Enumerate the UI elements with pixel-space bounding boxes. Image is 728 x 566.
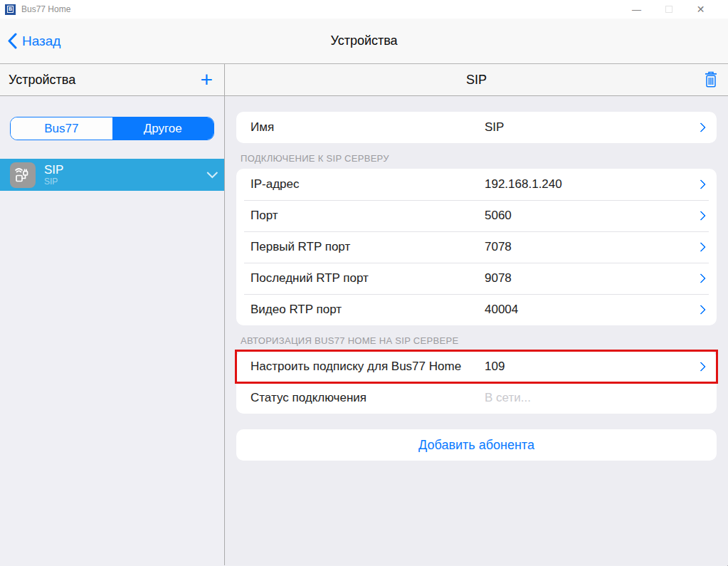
setting-row-last-rtp-port[interactable]: Последний RTP порт 9078 bbox=[236, 263, 717, 294]
detail-body: Имя SIP ПОДКЛЮЧЕНИЕ К SIP СЕРВЕРУ IP-адр… bbox=[225, 96, 728, 461]
chevron-right-icon bbox=[696, 122, 706, 132]
minimize-icon[interactable]: — bbox=[621, 4, 653, 15]
window-title: Bus77 Home bbox=[21, 4, 70, 14]
back-button-label: Назад bbox=[22, 33, 60, 49]
chevron-right-icon bbox=[696, 179, 706, 189]
status-value: В сети... bbox=[485, 391, 531, 405]
detail-header: SIP bbox=[225, 64, 728, 96]
device-icon bbox=[10, 162, 36, 188]
segment-bus77[interactable]: Bus77 bbox=[11, 117, 112, 140]
detail-title: SIP bbox=[225, 73, 728, 88]
main-split: Устройства + Bus77 Другое SIP SIP bbox=[0, 64, 728, 565]
navigation-bar: Назад Устройства bbox=[0, 19, 728, 64]
setting-row-port[interactable]: Порт 5060 bbox=[236, 200, 717, 231]
setting-row-name[interactable]: Имя SIP bbox=[236, 112, 717, 143]
window-titlebar: B Bus77 Home — ✕ bbox=[0, 0, 728, 19]
setting-label: IP-адрес bbox=[250, 177, 300, 192]
setting-value: 192.168.1.240 bbox=[485, 177, 562, 192]
setting-row-first-rtp-port[interactable]: Первый RTP порт 7078 bbox=[236, 231, 717, 263]
setting-label: Статус подключения bbox=[250, 391, 366, 405]
setting-value: SIP bbox=[485, 120, 504, 135]
chevron-right-icon bbox=[696, 242, 706, 252]
device-title: SIP bbox=[44, 163, 63, 177]
section-header-authorization: АВТОРИЗАЦИЯ BUS77 HOME НА SIP СЕРВЕРЕ bbox=[241, 335, 717, 346]
segment-other[interactable]: Другое bbox=[112, 117, 214, 140]
setting-row-subscription[interactable]: Настроить подписку для Bus77 Home 109 bbox=[236, 351, 717, 382]
delete-device-button[interactable] bbox=[704, 71, 718, 91]
setting-value: 109 bbox=[485, 360, 505, 374]
setting-label: Последний RTP порт bbox=[250, 271, 369, 285]
setting-value: 9078 bbox=[485, 271, 512, 285]
setting-label: Порт bbox=[250, 209, 278, 223]
chevron-right-icon bbox=[696, 211, 706, 221]
back-button[interactable]: Назад bbox=[7, 33, 60, 49]
chevron-left-icon bbox=[7, 33, 17, 49]
sip-intercom-icon bbox=[14, 166, 32, 184]
device-text: SIP SIP bbox=[44, 163, 63, 187]
chevron-right-icon bbox=[696, 305, 706, 315]
app-logo-icon: B bbox=[5, 4, 16, 15]
chevron-right-icon bbox=[696, 362, 706, 372]
window-controls: — ✕ bbox=[621, 4, 728, 15]
setting-row-ip[interactable]: IP-адрес 192.168.1.240 bbox=[236, 169, 717, 200]
setting-label: Первый RTP порт bbox=[250, 240, 350, 254]
setting-label: Настроить подписку для Bus77 Home bbox=[250, 360, 461, 374]
add-device-button[interactable]: + bbox=[197, 70, 216, 89]
chevron-right-icon bbox=[696, 273, 706, 283]
devices-sidebar: Устройства + Bus77 Другое SIP SIP bbox=[0, 64, 225, 565]
setting-value: 7078 bbox=[485, 240, 512, 254]
setting-value: 5060 bbox=[485, 209, 512, 223]
device-detail-panel: SIP Имя SIP ПОДКЛЮЧЕНИЕ К SIP СЕРВЕРУ bbox=[225, 64, 728, 565]
sidebar-title: Устройства bbox=[9, 73, 75, 88]
setting-row-video-rtp-port[interactable]: Видео RTP порт 40004 bbox=[236, 294, 717, 325]
setting-label: Видео RTP порт bbox=[250, 303, 342, 317]
sidebar-header: Устройства + bbox=[0, 64, 224, 96]
trash-icon bbox=[704, 71, 718, 88]
section-header-connection: ПОДКЛЮЧЕНИЕ К SIP СЕРВЕРУ bbox=[241, 153, 717, 164]
settings-group-authorization: Настроить подписку для Bus77 Home 109 Ст… bbox=[236, 351, 717, 414]
device-subtitle: SIP bbox=[44, 177, 63, 187]
settings-group-connection: IP-адрес 192.168.1.240 Порт 5060 Первый … bbox=[236, 169, 717, 325]
close-icon[interactable]: ✕ bbox=[685, 4, 717, 15]
setting-value: 40004 bbox=[485, 303, 518, 317]
device-list-item-sip[interactable]: SIP SIP bbox=[0, 159, 224, 191]
add-subscriber-button[interactable]: Добавить абонента bbox=[236, 429, 717, 461]
chevron-down-icon[interactable] bbox=[207, 167, 218, 179]
device-type-segmented-control: Bus77 Другое bbox=[10, 117, 214, 140]
setting-label: Имя bbox=[250, 120, 274, 135]
maximize-icon[interactable] bbox=[653, 4, 685, 15]
setting-row-connection-status: Статус подключения В сети... bbox=[236, 382, 717, 414]
page-title: Устройства bbox=[0, 33, 728, 48]
